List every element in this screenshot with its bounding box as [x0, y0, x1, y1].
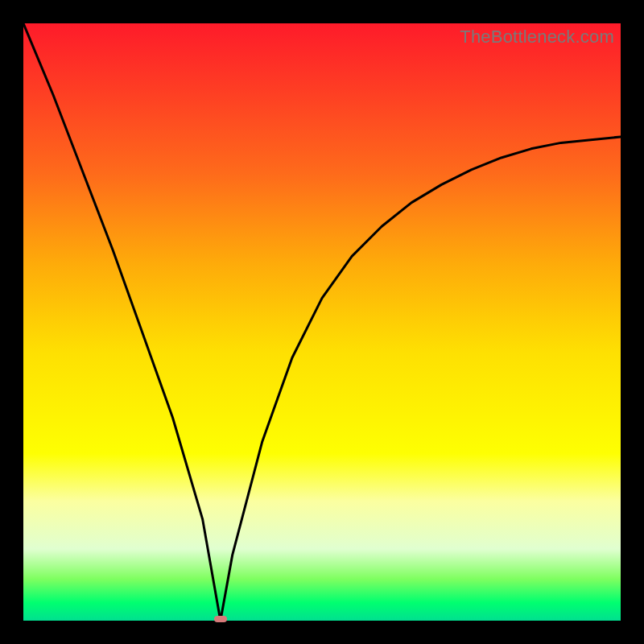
plot-area: TheBottleneck.com	[23, 23, 621, 621]
chart-container: TheBottleneck.com	[0, 0, 644, 644]
watermark-text: TheBottleneck.com	[460, 27, 614, 47]
minimum-marker	[214, 616, 227, 622]
curve-svg	[23, 23, 621, 621]
bottleneck-curve-path	[23, 23, 621, 621]
